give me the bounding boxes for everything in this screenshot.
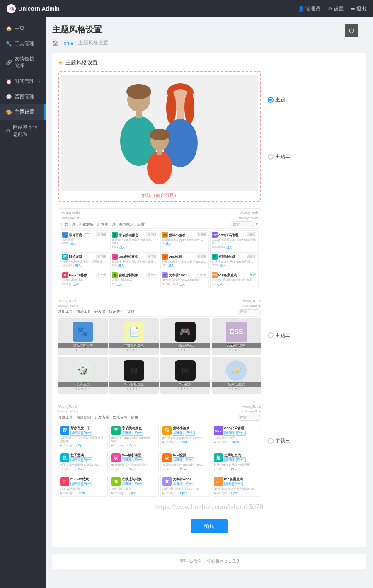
arrow-icon: ›: [39, 79, 40, 84]
t1-card-9: F FuckJS特效 开发中 FuckJS特效功能 Fuck.js进入: [61, 271, 109, 288]
t2-card-4: CSS CSS代码管理 ♥ 1★ 2→ CSS代码管理: [212, 318, 262, 355]
t2-card-3: 🎮 猫咪小游戏 ♥ 1★ 2→ 猫咪小游戏: [160, 318, 210, 355]
comment-icon: 💬: [6, 94, 12, 100]
t3-card-12: ICP ICP备案查询 免费 Open icp 查询.查询查询查询查询查询...: [212, 475, 262, 497]
sidebar-item-home[interactable]: 🏠主页: [0, 21, 46, 36]
logo-text: Unicorn Admin: [18, 5, 60, 12]
theme-three-preview: YoungTools YoungTools tools.yna8.cn tool…: [58, 404, 261, 497]
t2-card-7: ⊠ Dna检测 ♥ 1★ 2→ Dna检测: [160, 357, 210, 394]
t1-card-10: 在 在线进制转换 开发中 在线进制转换器 Fri进入: [110, 271, 159, 288]
t2-card-8: 🪐 短网址生成 ♥ 1★ 2→ 短网址生成: [212, 357, 262, 394]
t2-card-1: 🐾 帮你百度一下 ♥ 1★ 2→ 帮你百度一下: [58, 318, 108, 355]
t3-card-3: 猫 猫咪小游戏 调用限 Static js引擎 pixi.js lygame 客…: [160, 424, 210, 450]
theme-one-youngt-preview: YoungTools YoungTools tools.yna8.cn tool…: [58, 208, 261, 290]
svg-point-6: [166, 91, 176, 124]
t1-card-2: 字 字节跳动颜色 调用限 url地址的base64编码 md5编码 sha1..…: [110, 230, 159, 251]
svg-rect-9: [177, 111, 184, 119]
t1-card-6: D Dna解析泰亚 调用限 dna解析格式记录dna记录的记录... dna进入: [110, 252, 159, 269]
svg-point-1: [126, 84, 151, 99]
svg-point-12: [147, 151, 172, 184]
footer-text: 管理员后台 | 当前版本：1.3.0: [179, 559, 239, 564]
tools-icon: 🔧: [6, 41, 12, 47]
sidebar-item-siteconfig[interactable]: ⚙网站基本信息配置: [0, 120, 46, 142]
t2-card-2: 📄 字节跳动颜色 ♥ 1★ 2→ 字节跳动颜色: [109, 318, 159, 355]
t3-card-1: 帮 帮你百度一下 调用限 Open 帮你百度一下工具帮助搜索工具开放使用...: [58, 424, 108, 450]
topbar: 🦄 Unicorn Admin 👤 管理员 ⚙ 设置 ➡ 退出: [0, 0, 373, 17]
theme-radio-two-alt[interactable]: 主题二: [268, 332, 290, 339]
sidebar-item-links[interactable]: 🔗友情链接管理 ›: [0, 51, 46, 74]
t3-card-9: F FuckJS特效 调用限 Open FuckJS特效功能: [58, 475, 108, 497]
t3-card-4: CSS CSS代码管理 调用限 Open FL和JS结构管理: [212, 424, 262, 450]
theme-three-radio-wrapper: 主题三: [261, 404, 290, 445]
theme-radio-two[interactable]: 主题二: [268, 153, 290, 160]
theme-one-section: *默认（前台可见） 主题一 主题二: [58, 71, 361, 202]
sidebar-item-tools[interactable]: 🔧工具管理 ›: [0, 36, 46, 51]
t2-card-5: 🎲 骰子游戏 ♥ 1★ 2→ 骰子游戏: [58, 357, 108, 394]
card-title: ★ 主题风格设置: [58, 59, 361, 66]
theme-two-preview: YoungTools YoungTools tools.yna8.cn tool…: [58, 299, 261, 394]
main-content: ⬡ 主题风格设置 🏠 Home › 主题风格设置 ★ 主题风格设置: [46, 17, 373, 588]
svg-rect-3: [136, 110, 142, 118]
theme-two-section: YoungTools YoungTools tools.yna8.cn tool…: [58, 299, 361, 394]
t3-card-7: 设 Dna检测 调用限 Open 在后端dna文件 dna检测 与dna...: [160, 451, 210, 473]
t3-card-11: 文 文本转ASCII 征集中 Open Html 对前端文本转ASCII功能: [160, 475, 210, 497]
home-breadcrumb-icon: 🏠: [52, 40, 58, 46]
theme-default-label: *默认（前台可见）: [61, 192, 258, 198]
t3-card-6: 设 Dna解析泰亚 调用限 Open dna解析格式 记录dna记录的...: [109, 451, 159, 473]
breadcrumb-current: 主题风格设置: [78, 39, 108, 46]
breadcrumb-home[interactable]: Home: [60, 40, 73, 46]
page-title: 主题风格设置: [52, 24, 366, 35]
theme-radio-one[interactable]: 主题一: [268, 96, 290, 103]
theme-radio-three[interactable]: 主题三: [268, 438, 290, 445]
theme-icon: 🎨: [6, 109, 12, 115]
links-icon: 🔗: [6, 60, 12, 65]
t2-card-6: ⊠ Dna解析泰亚 ♥ 1★ 2→ Dna解析泰亚: [109, 357, 159, 394]
t1-card-12: ICP ICP备案查询 免费 icp 查询.查询查询查询查询查询... icp进…: [210, 271, 259, 288]
sidebar-item-comment[interactable]: 💬留言管理: [0, 89, 46, 104]
t1-card-1: 🐾 帮你百度一下 调用限 帮你百度一下 baidu进入: [61, 230, 109, 251]
time-icon: ⏰: [6, 79, 12, 85]
logout-link[interactable]: ➡ 退出: [351, 5, 366, 12]
t1-card-7: D Dna检测 调用限 在后端dna文件dna检测 与dna js... Dna…: [160, 252, 209, 269]
breadcrumb: 🏠 Home › 主题风格设置: [52, 39, 353, 46]
svg-point-11: [150, 129, 170, 140]
confirm-section: 确认: [58, 519, 361, 533]
t3-card-10: 在 在线进制转换 调用限 Open 在线进制转换器 ▶: [109, 475, 159, 497]
share-button[interactable]: ⬡: [345, 24, 358, 37]
t1-card-5: 🎲 骰子游戏 调用限 骰子游戏删除选项来让我看更多... 骰子游戏进入: [61, 252, 109, 269]
svg-point-7: [184, 91, 194, 124]
layout: 🏠主页 🔧工具管理 › 🔗友情链接管理 › ⏰时间管理 › 💬留言管理 🎨主题设…: [0, 17, 373, 588]
home-icon: 🏠: [6, 26, 12, 31]
theme-three-section: YoungTools YoungTools tools.yna8.cn tool…: [58, 404, 361, 497]
t3-card-2: 字 字节跳动颜色 调用限 Open url地址的base64编码 md5编码 s…: [109, 424, 159, 450]
logo: 🦄 Unicorn Admin: [7, 4, 60, 13]
arrow-icon: ›: [39, 60, 40, 65]
logo-icon: 🦄: [7, 4, 16, 13]
arrow-icon: ›: [39, 41, 40, 46]
star-icon: ★: [58, 60, 63, 66]
config-icon: ⚙: [6, 128, 10, 134]
t1-card-11: 文 文本转ASCII 征集中 Html 对前端文本转ASCII功能 HTML.A…: [160, 271, 209, 288]
t3-card-5: 设 骰子游戏 调用限 Open 骰子游戏功能删除选项来让我...: [58, 451, 108, 473]
sidebar: 🏠主页 🔧工具管理 › 🔗友情链接管理 › ⏰时间管理 › 💬留言管理 🎨主题设…: [0, 17, 46, 588]
theme-one-preview-box[interactable]: *默认（前台可见）: [58, 71, 261, 202]
topbar-actions: 👤 管理员 ⚙ 设置 ➡ 退出: [298, 5, 366, 12]
footer: 管理员后台 | 当前版本：1.3.0: [52, 554, 366, 569]
t1-card-4: CSS CSS代码管理 调用限 CSS.js代码看CSS信息内CSS看代替...…: [210, 230, 259, 251]
family-illustration: [61, 75, 258, 191]
theme-settings-card: ★ 主题风格设置: [52, 53, 366, 547]
t3-card-8: 短 短网址生成 调用限 Open 短网址 dna 短网址 检测应用...: [212, 451, 262, 473]
confirm-button[interactable]: 确认: [191, 519, 228, 533]
sidebar-item-theme[interactable]: 🎨主题设置: [0, 104, 46, 120]
t1-card-3: 🎮 猫咪小游戏 调用限 js引擎 pixi.js lygame 客方向性... …: [160, 230, 209, 251]
svg-rect-13: [157, 149, 162, 155]
breadcrumb-sep: ›: [75, 40, 77, 46]
watermark: https://www.huzhan.com/ishop15079: [58, 503, 361, 511]
theme-radio-group: 主题一 主题二: [261, 71, 290, 160]
user-link[interactable]: 👤 管理员: [298, 5, 320, 12]
sidebar-item-time[interactable]: ⏰时间管理 ›: [0, 74, 46, 89]
t1-card-8: 短 短网址生成 调用限 短网址 dna 短网址 dna 短网址... dwurl…: [210, 252, 259, 269]
theme-two-radio-wrapper: 主题二: [261, 299, 290, 339]
settings-link[interactable]: ⚙ 设置: [328, 5, 344, 12]
